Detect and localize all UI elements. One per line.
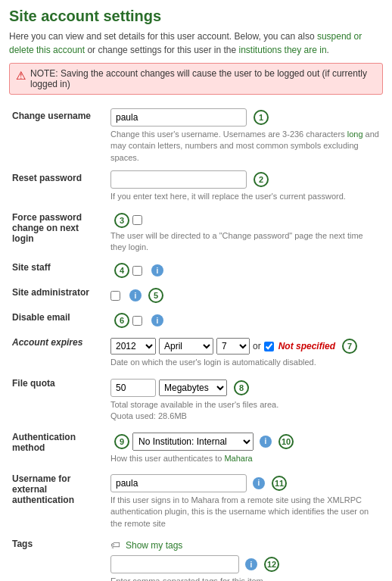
settings-form: Change username 1 Change this user's use… xyxy=(9,105,383,581)
show-my-tags-link[interactable]: Show my tags xyxy=(126,540,182,551)
not-specified-label: Not specified xyxy=(278,341,335,351)
force-pw-checkbox[interactable] xyxy=(132,215,142,225)
num-3: 3 xyxy=(114,213,129,228)
auth-method-label: Authentication method xyxy=(9,426,107,468)
auth-method-info-icon[interactable]: i xyxy=(260,436,272,448)
disable-email-label: Disable email xyxy=(9,307,107,332)
mahara-link[interactable]: Mahara xyxy=(224,454,252,463)
disable-email-row: Disable email 6 i xyxy=(9,307,383,332)
username-ext-info-icon[interactable]: i xyxy=(253,477,265,489)
num-9: 9 xyxy=(114,434,129,449)
reset-password-input[interactable] xyxy=(110,170,247,189)
reset-password-row: Reset password 2 If you enter text here,… xyxy=(9,167,383,206)
site-admin-row: Site administrator i 5 xyxy=(9,282,383,307)
tags-input[interactable] xyxy=(110,555,239,573)
auth-method-field: 9 No Institution: Internal i 10 How this… xyxy=(107,426,383,468)
site-staff-info-icon[interactable]: i xyxy=(151,264,163,276)
tags-label: Tags xyxy=(9,533,107,581)
num-1: 1 xyxy=(254,110,269,125)
reset-password-hint: If you enter text here, it will replace … xyxy=(110,191,380,202)
or-text: or xyxy=(253,341,261,351)
num-12: 12 xyxy=(264,557,279,572)
username-ext-row: Username for external authentication i 1… xyxy=(9,468,383,533)
site-admin-field: i 5 xyxy=(107,282,383,307)
institutions-link[interactable]: institutions they are in xyxy=(239,45,327,55)
num-2: 2 xyxy=(254,172,269,187)
disable-email-field: 6 i xyxy=(107,307,383,332)
change-username-row: Change username 1 Change this user's use… xyxy=(9,105,383,167)
force-pw-hint: The user will be directed to a "Change p… xyxy=(110,230,380,254)
site-staff-row: Site staff 4 i xyxy=(9,257,383,282)
account-expires-label: Account expires xyxy=(9,332,107,372)
site-admin-info-icon[interactable]: i xyxy=(129,289,142,301)
username-ext-hint: If this user signs in to Mahara from a r… xyxy=(110,495,380,529)
warning-text: NOTE: Saving the account changes will ca… xyxy=(30,68,376,89)
force-pw-field: 3 The user will be directed to a "Change… xyxy=(107,207,383,258)
file-quota-field: Megabytes Gigabytes Kilobytes 8 Total st… xyxy=(107,373,383,426)
tag-icon: 🏷 xyxy=(110,539,120,551)
expires-day-select[interactable]: 7 xyxy=(216,338,250,355)
site-staff-field: 4 i xyxy=(107,257,383,282)
site-admin-checkbox[interactable] xyxy=(110,291,120,301)
reset-password-label: Reset password xyxy=(9,167,107,206)
reset-password-field: 2 If you enter text here, it will replac… xyxy=(107,167,383,206)
not-specified-checkbox[interactable] xyxy=(264,342,274,351)
warning-icon: ⚠ xyxy=(16,69,26,83)
warning-box: ⚠ NOTE: Saving the account changes will … xyxy=(9,63,383,95)
intro-text: Here you can view and set details for th… xyxy=(9,30,383,57)
file-quota-hint: Total storage available in the user's fi… xyxy=(110,399,380,423)
site-staff-label: Site staff xyxy=(9,257,107,282)
disable-email-checkbox[interactable] xyxy=(132,316,142,326)
file-quota-unit-select[interactable]: Megabytes Gigabytes Kilobytes xyxy=(159,380,227,396)
file-quota-label: File quota xyxy=(9,373,107,426)
username-ext-field: i 11 If this user signs in to Mahara fro… xyxy=(107,468,383,533)
num-4: 4 xyxy=(114,263,129,278)
change-username-input[interactable] xyxy=(110,108,247,127)
site-admin-label: Site administrator xyxy=(9,282,107,307)
tags-hint: Enter comma-separated tags for this item… xyxy=(110,576,380,581)
account-expires-row: Account expires 2012 April 7 or Not spec… xyxy=(9,332,383,372)
num-11: 11 xyxy=(272,476,287,491)
page-title: Site account settings xyxy=(9,8,383,25)
auth-method-hint: How this user authenticates to Mahara xyxy=(110,453,380,464)
num-10: 10 xyxy=(278,434,294,449)
force-pw-row: Force password change on next login 3 Th… xyxy=(9,207,383,258)
file-quota-input[interactable] xyxy=(110,379,156,397)
tags-info-icon[interactable]: i xyxy=(245,558,257,570)
change-username-label: Change username xyxy=(9,105,107,167)
tags-field: 🏷 Show my tags i 12 Enter comma-separate… xyxy=(107,533,383,581)
site-staff-checkbox[interactable] xyxy=(132,266,142,276)
num-5: 5 xyxy=(148,288,163,303)
username-ext-input[interactable] xyxy=(110,474,247,492)
chars-link[interactable]: long xyxy=(347,130,363,139)
username-ext-label: Username for external authentication xyxy=(9,468,107,533)
auth-method-row: Authentication method 9 No Institution: … xyxy=(9,426,383,468)
expires-month-select[interactable]: April xyxy=(159,338,213,355)
num-7: 7 xyxy=(342,339,357,354)
account-expires-field: 2012 April 7 or Not specified 7 Date on … xyxy=(107,332,383,372)
disable-email-info-icon[interactable]: i xyxy=(151,314,163,326)
num-8: 8 xyxy=(234,380,249,395)
expires-year-select[interactable]: 2012 xyxy=(110,338,156,355)
auth-method-select[interactable]: No Institution: Internal xyxy=(132,433,254,451)
change-username-field: 1 Change this user's username. Usernames… xyxy=(107,105,383,167)
account-expires-hint: Date on which the user's login is automa… xyxy=(110,357,380,368)
num-6: 6 xyxy=(114,313,129,328)
file-quota-row: File quota Megabytes Gigabytes Kilobytes… xyxy=(9,373,383,426)
tags-row: Tags 🏷 Show my tags i 12 Enter comma-sep… xyxy=(9,533,383,581)
change-username-hint: Change this user's username. Usernames a… xyxy=(110,129,380,164)
force-pw-label: Force password change on next login xyxy=(9,207,107,258)
